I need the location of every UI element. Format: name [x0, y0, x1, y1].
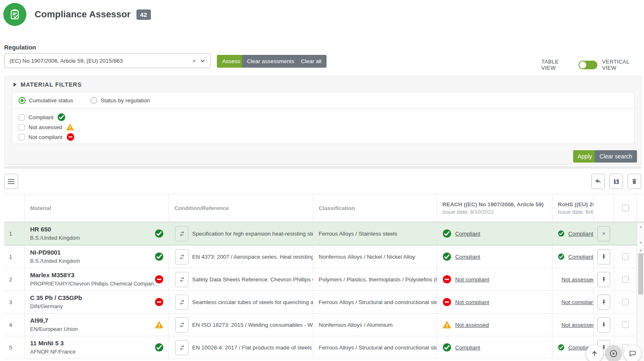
pin-cell: ×: [594, 222, 614, 245]
compare-condition-button[interactable]: [175, 340, 188, 355]
walkthrough-button[interactable]: [605, 345, 622, 361]
table-row[interactable]: 3 C 35 Pb / C35GPb DIN/Germany Seamless …: [4, 291, 644, 314]
material-cell[interactable]: Al99,7 EN/European Union: [25, 314, 169, 336]
pin-cell: [594, 268, 614, 290]
reach-column-header[interactable]: REACH ((EC) No 1907/2006, Article 59) Is…: [437, 194, 552, 222]
clear-assessments-button[interactable]: Clear assessments: [242, 55, 299, 68]
reach-status-link[interactable]: Not assessed: [455, 322, 489, 328]
table-row-pinned[interactable]: 1 HR 650 B.S./United Kingdom Specificati…: [4, 222, 644, 245]
rohs-status-cell: Compliant: [552, 245, 594, 268]
filter-option-not-compliant[interactable]: Not compliant: [19, 132, 634, 142]
reach-status-link[interactable]: Compliant: [455, 344, 480, 351]
floppy-disk-icon: [613, 178, 620, 185]
rohs-status-link[interactable]: Not assessed: [562, 322, 594, 328]
regulation-select[interactable]: (EC) No 1907/2006, Article 59, (EU) 2015…: [4, 53, 211, 68]
material-cell[interactable]: C 35 Pb / C35GPb DIN/Germany: [25, 291, 169, 313]
compliant-status-icon: [558, 252, 564, 261]
table-row[interactable]: 1 NI-PD9001 B.S./United Kingdom EN 4373:…: [4, 245, 644, 268]
table-row[interactable]: 4 Al99,7 EN/European Union EN ISO 18273:…: [4, 314, 644, 336]
material-source: B.S./United Kingdom: [30, 258, 154, 264]
material-column-header[interactable]: Material: [25, 194, 169, 222]
scrollbar-column-header: [637, 194, 644, 222]
radio-unselected-icon[interactable]: [90, 97, 97, 104]
not-compliant-status-icon: [442, 297, 451, 307]
clear-selection-icon[interactable]: ×: [188, 57, 200, 64]
reach-status-link[interactable]: Not compliant: [455, 299, 489, 305]
clear-all-button[interactable]: Clear all: [296, 55, 327, 68]
pin-row-button[interactable]: [597, 317, 610, 333]
table-vertical-scrollbar[interactable]: ▲: [637, 247, 644, 361]
table-row[interactable]: 2 Marlex M358Y3 PROPRIETARY/Chevron Phil…: [4, 268, 644, 291]
radio-label: Status by regulation: [101, 97, 150, 104]
pin-cell: [594, 314, 614, 336]
material-filters-header[interactable]: MATERIAL FILTERS: [14, 81, 82, 88]
row-checkbox[interactable]: [622, 276, 629, 283]
vertical-view-label: VERTICAL VIEW: [602, 59, 644, 71]
row-checkbox[interactable]: [622, 321, 629, 328]
filter-option-label: Not assessed: [28, 124, 62, 130]
row-checkbox[interactable]: [622, 299, 629, 305]
compare-condition-button[interactable]: [175, 226, 188, 241]
material-cell[interactable]: HR 650 B.S./United Kingdom: [25, 222, 169, 245]
pin-row-button[interactable]: [597, 295, 610, 310]
undo-button[interactable]: [591, 174, 605, 189]
rohs-status-link[interactable]: Not assessed: [562, 276, 594, 283]
rohs-status-link[interactable]: Not compliant: [562, 299, 594, 305]
horizontal-scrollbar[interactable]: [4, 166, 642, 169]
rohs-column-header[interactable]: RoHS ((EU) 201 Issue date: 6/4: [552, 194, 594, 222]
filter-checkbox[interactable]: [19, 124, 25, 130]
clear-search-button[interactable]: Clear search: [595, 150, 637, 163]
compare-condition-button[interactable]: [175, 249, 188, 264]
apply-button[interactable]: Apply: [573, 150, 597, 163]
reach-status-link[interactable]: Compliant: [455, 254, 480, 260]
pushpin-icon: [601, 254, 607, 260]
filters-card: Cumulative status Status by regulation C…: [12, 92, 635, 144]
reach-status-link[interactable]: Compliant: [455, 231, 480, 237]
material-name: NI-PD9001: [30, 249, 154, 256]
filter-checkbox[interactable]: [19, 134, 25, 140]
compare-condition-button[interactable]: [175, 272, 188, 287]
condition-text: Specification for high expansion heat-re…: [192, 231, 313, 237]
chevron-down-icon[interactable]: [200, 58, 205, 64]
scrollbar-thumb[interactable]: [638, 253, 643, 295]
rohs-status-link[interactable]: Compliant: [568, 254, 593, 260]
scroll-up-arrow-icon[interactable]: ▲: [637, 225, 644, 229]
row-checkbox[interactable]: [622, 253, 629, 260]
save-button[interactable]: [609, 174, 623, 189]
condition-text: EN 4373: 2007 / Aerospace series. Heat r…: [192, 254, 313, 260]
rohs-status-link[interactable]: Compliant: [568, 231, 593, 237]
radio-cumulative-status[interactable]: Cumulative status: [19, 97, 73, 104]
filter-option-not-assessed[interactable]: Not assessed: [19, 122, 634, 132]
view-toggle-switch[interactable]: [578, 61, 598, 69]
menu-button[interactable]: [4, 174, 18, 189]
filter-checkbox[interactable]: [19, 114, 25, 120]
filter-option-compliant[interactable]: Compliant: [19, 112, 634, 122]
compare-condition-button[interactable]: [175, 317, 188, 333]
row-index: 3: [4, 291, 25, 313]
delete-button[interactable]: [628, 174, 641, 189]
material-count-badge: 42: [136, 9, 151, 20]
reach-status-link[interactable]: Not compliant: [455, 276, 489, 283]
unpin-row-button[interactable]: ×: [597, 226, 610, 241]
feedback-chat-button[interactable]: [624, 345, 641, 361]
pin-row-button[interactable]: [597, 272, 610, 287]
scroll-down-arrow-icon[interactable]: ▼: [637, 241, 644, 245]
material-cell[interactable]: 11 MnNi 5 3 AFNOR NF/France: [25, 336, 169, 359]
pinned-row-scrollbar[interactable]: ▲ ▼: [637, 223, 644, 246]
assess-button[interactable]: Assess: [217, 55, 246, 68]
compare-condition-button[interactable]: [175, 295, 188, 310]
row-index-column-header: [4, 194, 25, 222]
table-row[interactable]: 5 11 MnNi 5 3 AFNOR NF/France EN 10028-4…: [4, 336, 644, 359]
condition-column-header[interactable]: Condition/Reference: [169, 194, 313, 222]
material-cell[interactable]: Marlex M358Y3 PROPRIETARY/Chevron Philli…: [25, 268, 169, 290]
radio-status-by-regulation[interactable]: Status by regulation: [90, 97, 150, 104]
radio-selected-icon[interactable]: [19, 97, 26, 104]
scroll-up-arrow-icon[interactable]: ▲: [637, 248, 644, 252]
scroll-to-top-button[interactable]: [586, 345, 603, 361]
material-cell[interactable]: NI-PD9001 B.S./United Kingdom: [25, 245, 169, 268]
select-all-checkbox[interactable]: [622, 205, 629, 211]
pin-row-button[interactable]: [597, 249, 610, 264]
swap-arrows-icon: [179, 253, 186, 260]
table-header-row: Material Condition/Reference Classificat…: [4, 194, 644, 222]
classification-column-header[interactable]: Classification: [313, 194, 437, 222]
